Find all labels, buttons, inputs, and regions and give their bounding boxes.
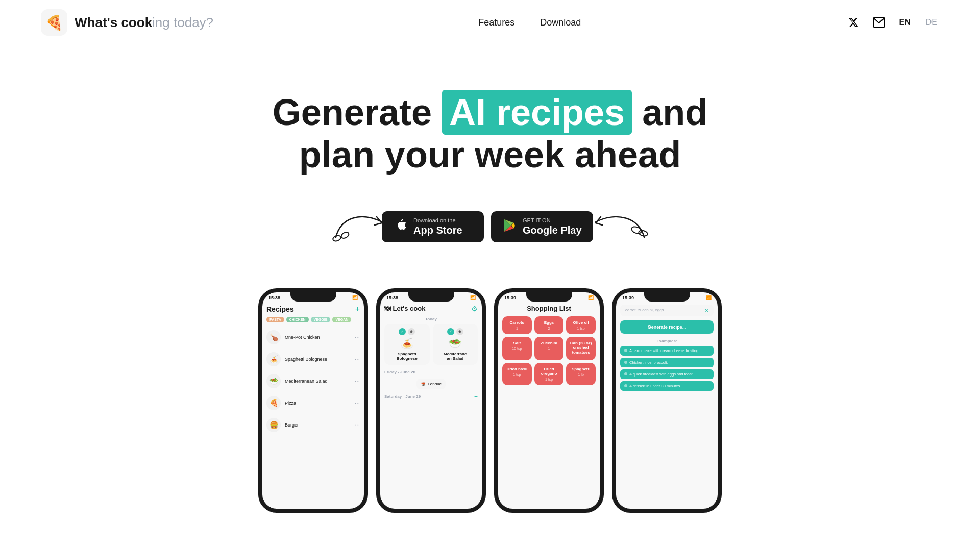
phone1-header: Recipes + [266,305,360,314]
meal-card-salad: ✓ ⊕ 🥗 Mediterranean Salad [433,324,478,365]
mail-icon[interactable] [872,15,886,30]
example-2: Chicken, rice, broccoli. [620,358,714,367]
shop-carrots: Carrots 1 [502,316,532,334]
saturday-header: Saturday - June 29 + [384,393,478,400]
right-arrow-decoration [588,207,654,247]
recipe-tags: PASTA CHICKEN VEGGIE VEGAN [266,317,360,322]
phone4-content: carrot, zucchini, eggs ✕ Generate recipe… [616,303,718,504]
apple-icon [393,217,407,236]
phone-notch-1 [290,292,336,302]
recipe-item-5: 🍔Burger ··· [266,414,360,436]
phones-section: 15:38 📶 Recipes + PASTA CHICKEN VEGGIE V… [224,288,756,513]
logo-text: What's cooking today? [75,15,213,31]
appstore-text: Download on the App Store [413,217,462,236]
recipe-item-1: 🍗One-Pot Chicken ··· [266,327,360,348]
phone2-content: 🍽 Let's cook ⚙ Today ✓ ⊕ 🍝 SpaghettiBolo… [380,303,482,504]
nav-logo-area: 🍕 What's cooking today? [41,9,213,36]
phone-notch-3 [526,292,572,302]
recipe-item-2: 🍝Spaghetti Bolognese ··· [266,348,360,370]
phone-shopping: 15:39 📶 Shopping List Carrots 1 Eggs 2 O… [494,288,604,513]
shop-eggs: Eggs 2 [534,316,564,334]
googleplay-button[interactable]: GET IT ON Google Play [491,211,593,242]
lang-de-button[interactable]: DE [924,17,939,28]
store-buttons-group: Download on the App Store GET IT ON Go [382,211,593,242]
today-meals: ✓ ⊕ 🍝 SpaghettiBolognese ✓ ⊕ 🥗 Mediterra… [384,324,478,365]
recipe-item-3: 🥗Mediterranean Salad ··· [266,370,360,392]
google-play-icon [502,218,517,235]
recipe-item-4: 🍕Pizza ··· [266,392,360,414]
shop-oregano: Dried oregano 1 tsp [534,363,564,385]
shop-basil: Dried basil 1 tsp [502,363,532,385]
shop-salt: Salt 10 tsp [502,337,532,360]
phone2-header: 🍽 Let's cook ⚙ [384,305,478,313]
hero-title: Generate AI recipes and plan your week a… [273,91,707,176]
nav-features-link[interactable]: Features [478,17,514,28]
nav-download-link[interactable]: Download [540,17,581,28]
appstore-button[interactable]: Download on the App Store [382,211,484,242]
shopping-grid: Carrots 1 Eggs 2 Olive oil 1 tsp Salt 10… [502,316,596,385]
fondue-card: 🫕Fondue [416,379,446,389]
phone-recipes: 15:38 📶 Recipes + PASTA CHICKEN VEGGIE V… [258,288,368,513]
shop-tomatoes: Can (28 oz) crushed tomatoes [566,337,596,360]
phone-notch-2 [408,292,454,302]
example-3: A quick breakfast with eggs and toast. [620,369,714,379]
example-4: A dessert in under 30 minutes. [620,381,714,391]
phone-ai: 15:39 📶 carrot, zucchini, eggs ✕ Generat… [612,288,722,513]
svg-point-1 [332,234,341,242]
lang-en-button[interactable]: EN [897,17,913,28]
navbar: 🍕 What's cooking today? Features Downloa… [0,0,980,45]
shop-zucchini: Zucchini 1 [534,337,564,360]
shop-spaghetti: Spaghetti 1 lb [566,363,596,385]
shop-oliveoil: Olive oil 1 tsp [566,316,596,334]
meal-card-spaghetti: ✓ ⊕ 🍝 SpaghettiBolognese [384,324,430,365]
friday-header: Friday - June 28 + [384,369,478,376]
left-arrow-decoration [326,207,387,247]
googleplay-text: GET IT ON Google Play [523,217,582,236]
phone1-content: Recipes + PASTA CHICKEN VEGGIE VEGAN 🍗On… [262,303,364,504]
phone-notch-4 [644,292,690,302]
phone-letscook: 15:38 📶 🍽 Let's cook ⚙ Today ✓ ⊕ 🍝 [376,288,486,513]
nav-links: Features Download [478,17,581,28]
logo-icon: 🍕 [41,9,67,36]
twitter-icon[interactable] [846,15,861,30]
generate-recipe-button[interactable]: Generate recipe... [620,320,714,334]
hero-section: Generate AI recipes and plan your week a… [0,45,980,543]
phone3-content: Shopping List Carrots 1 Eggs 2 Olive oil… [498,303,600,504]
svg-point-2 [340,231,350,239]
example-1: A carrot cake with cream cheese frosting… [620,346,714,356]
download-area: Download on the App Store GET IT ON Go [326,207,654,247]
nav-actions: EN DE [846,15,939,30]
ai-input-field: carrot, zucchini, eggs ✕ [620,305,714,316]
